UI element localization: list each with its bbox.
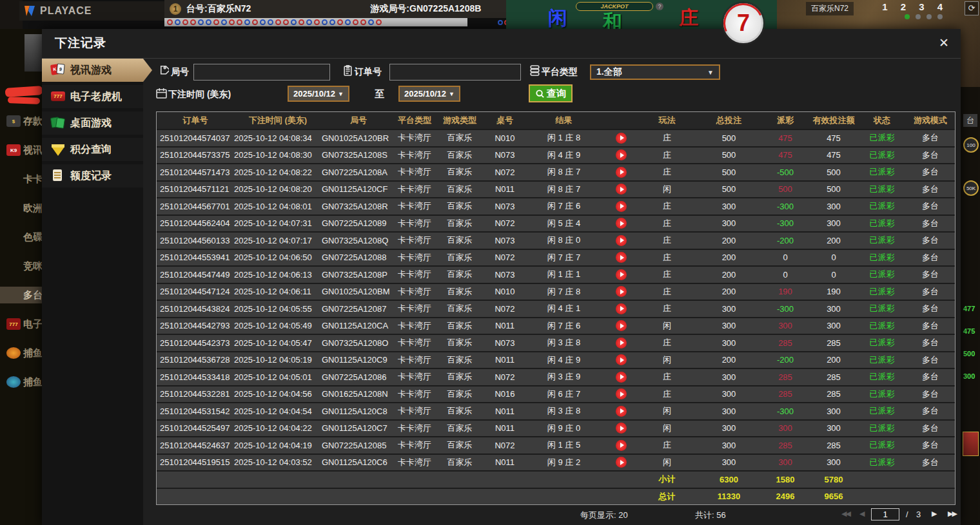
brand-name: PLAYACE [40,5,92,17]
cell-replay [603,303,639,314]
cell-total-bet: 300 [695,457,763,467]
cell-round-no: GN07325A1208R [322,202,395,211]
cell-valid-bet: 285 [808,441,859,450]
replay-play-icon[interactable] [616,201,627,212]
replay-play-icon[interactable] [616,372,627,383]
cell-game-mode: 多台 [905,457,956,468]
cell-result: 闲 3 庄 8 [524,405,603,417]
cell-platform: 卡卡湾厅 [395,218,434,229]
cell-total-bet: 500 [695,167,763,177]
replay-play-icon[interactable] [616,338,627,348]
slot-777-icon: 777 [6,318,21,330]
replay-play-icon[interactable] [616,269,627,280]
date-from-select[interactable]: 2025/10/12 [288,86,349,102]
cell-status: 已派彩 [859,320,905,332]
cell-total-bet: 500 [695,184,763,194]
cell-platform: 卡卡湾厅 [395,371,434,383]
replay-play-icon[interactable] [616,423,627,434]
cell-replay [603,440,639,451]
replay-play-icon[interactable] [616,218,627,229]
table-row: 251012044553941 2025-10-12 04:06:50 GN07… [157,249,955,266]
cell-result: 闲 8 庄 0 [524,234,603,246]
cell-game-mode: 多台 [905,184,956,195]
platform-select[interactable]: 1.全部 [590,64,720,80]
subtotal-payout: 1580 [763,475,808,484]
dollar-icon: $ [6,115,21,127]
tab-video-games[interactable]: K9 视讯游戏 [42,59,152,82]
refresh-icon: ⟳ [965,1,979,15]
total-label: 总计 [639,491,695,502]
close-icon[interactable]: ✕ [936,35,952,51]
order-input[interactable] [389,64,521,81]
cell-valid-bet: 300 [808,321,859,330]
tab-quota-records[interactable]: 额度记录 [42,164,143,187]
replay-play-icon[interactable] [616,133,627,144]
cell-bet-time: 2025-10-12 04:04:19 [234,441,322,450]
cell-bet-side: 庄 [639,303,695,314]
cell-total-bet: 200 [695,270,763,280]
replay-play-icon[interactable] [616,406,627,417]
cell-game-mode: 多台 [905,149,956,161]
cell-table-no: N011 [485,423,524,433]
cell-replay [603,457,639,468]
subtotal-valid: 5780 [808,475,859,484]
bg-menu-item: 欧洲厅 [0,200,42,216]
table-row: 251012044542793 2025-10-12 04:05:49 GN01… [157,317,955,334]
next-page-icon[interactable]: ▶ [932,510,936,518]
replay-play-icon[interactable] [616,149,627,160]
replay-play-icon[interactable] [616,252,627,263]
screen: PLAYACE 1 台号:百家乐N72 游戏局号:GN07225A1208B 闲… [0,0,980,525]
table-row: 251012044519515 2025-10-12 04:03:52 GN01… [157,453,955,471]
replay-play-icon[interactable] [616,303,627,314]
table-header-row: 订单号 下注时间 (美东) 局号 平台类型 游戏类型 桌号 结果 玩法 总投注 … [157,112,955,129]
prev-page-icon[interactable]: ◀ [859,510,863,518]
bead-plate [164,18,467,26]
cell-game-mode: 多台 [905,166,956,178]
replay-play-icon[interactable] [616,286,627,297]
total-payout: 2496 [763,492,808,501]
cell-table-no: N011 [485,321,524,330]
platform-filter-label: 平台类型 [542,66,578,78]
cell-platform: 卡卡湾厅 [395,132,434,144]
bg-menu-item: $存款 [0,113,42,129]
table-row: 251012044574037 2025-10-12 04:08:34 GN01… [157,129,955,146]
bg-menu-label: 捕鱼 [23,376,42,388]
cell-replay [603,252,639,263]
replay-play-icon[interactable] [616,235,627,246]
replay-play-icon[interactable] [616,167,627,178]
cell-game-mode: 多台 [905,286,956,298]
cell-order-no: 251012044543824 [157,304,234,314]
replay-play-icon[interactable] [616,440,627,451]
cell-status: 已派彩 [859,218,905,229]
cell-bet-time: 2025-10-12 04:04:54 [234,406,322,416]
replay-play-icon[interactable] [616,457,627,468]
round-input[interactable] [193,64,330,81]
first-page-icon[interactable]: ◀◀ [841,510,850,518]
divider [42,58,961,59]
date-to-select[interactable]: 2025/10/12 [398,86,460,102]
cell-order-no: 251012044542793 [157,321,234,330]
tab-slots[interactable]: 777 电子老虎机 [42,85,143,108]
cell-bet-time: 2025-10-12 04:05:55 [234,304,322,314]
video-seat-dots [905,14,943,19]
page-input[interactable] [871,508,899,520]
cell-bet-side: 闲 [639,184,695,195]
replay-play-icon[interactable] [616,388,627,399]
search-icon [535,89,545,99]
replay-play-icon[interactable] [616,354,627,365]
replay-play-icon[interactable] [616,320,627,331]
replay-play-icon[interactable] [616,184,627,195]
tab-points-query[interactable]: 积分查询 [42,138,143,161]
cell-platform: 卡卡湾厅 [395,320,434,332]
cell-total-bet: 300 [695,441,763,450]
cell-total-bet: 300 [695,202,763,211]
query-button[interactable]: 查询 [529,84,573,102]
cell-order-no: 251012044573375 [157,150,234,160]
cell-round-no: GN01125A120C6 [322,457,395,467]
cell-bet-time: 2025-10-12 04:08:20 [234,184,322,194]
bg-menu-item: 色碟 [0,229,42,245]
cell-round-no: GN01625A1208N [322,389,395,399]
last-page-icon[interactable]: ▶▶ [948,510,956,518]
table-body: 251012044574037 2025-10-12 04:08:34 GN01… [157,129,955,470]
tab-table-games[interactable]: 桌面游戏 [42,111,143,135]
